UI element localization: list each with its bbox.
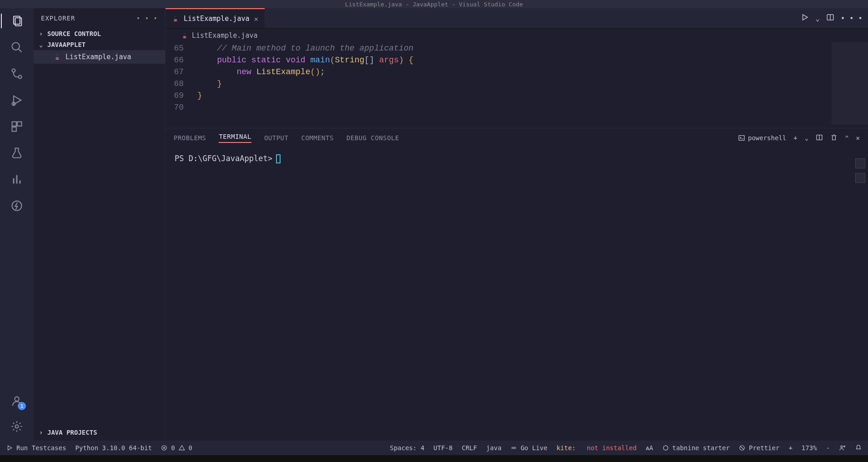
java-file-icon — [181, 32, 188, 39]
explorer-title: EXPLORER — [41, 15, 75, 22]
svg-marker-18 — [803, 15, 808, 20]
zoom-out[interactable]: - — [826, 444, 830, 452]
stats-icon[interactable] — [10, 172, 24, 187]
svg-point-34 — [844, 446, 845, 447]
terminal-body[interactable]: PS D:\GFG\JavaApplet> — [166, 147, 868, 441]
close-icon[interactable]: ✕ — [254, 15, 259, 23]
zoom-level[interactable]: 173% — [802, 444, 817, 452]
terminal-type-icon[interactable]: powershell — [738, 134, 786, 142]
sidebar: EXPLORER • • • › SOURCE CONTROL ⌄ JAVAAP… — [34, 8, 166, 441]
titlebar: ListExample.java - JavaApplet - Visual S… — [0, 0, 868, 8]
side-icon[interactable] — [855, 173, 865, 183]
svg-point-16 — [15, 397, 19, 401]
tabs-bar: ListExample.java ✕ ⌄ • • • — [166, 8, 868, 29]
tabnine-status[interactable]: tabnine starter — [662, 444, 730, 452]
tab[interactable]: ListExample.java ✕ — [166, 8, 265, 28]
close-panel-icon[interactable]: ✕ — [856, 134, 860, 142]
chevron-right-icon: › — [39, 30, 45, 37]
svg-point-15 — [12, 201, 22, 211]
panel: PROBLEMS TERMINAL OUTPUT COMMENTS DEBUG … — [166, 128, 868, 441]
tab-debug[interactable]: DEBUG CONSOLE — [346, 134, 399, 142]
run-dropdown-icon[interactable]: ⌄ — [815, 14, 820, 23]
tab-output[interactable]: OUTPUT — [264, 134, 289, 142]
svg-point-33 — [841, 446, 843, 447]
source-control-icon[interactable] — [10, 66, 24, 81]
source-control-section[interactable]: › SOURCE CONTROL — [34, 28, 165, 39]
tab-label: ListExample.java — [184, 15, 250, 23]
liveshare-icon[interactable] — [839, 444, 846, 452]
svg-rect-9 — [17, 122, 21, 126]
tab-problems[interactable]: PROBLEMS — [174, 134, 206, 142]
file-name: ListExample.java — [65, 53, 131, 61]
tab-terminal[interactable]: TERMINAL — [219, 133, 251, 143]
svg-point-30 — [513, 447, 515, 449]
breadcrumb[interactable]: ListExample.java — [166, 29, 868, 42]
tab-comments[interactable]: COMMENTS — [301, 134, 333, 142]
workspace-section[interactable]: ⌄ JAVAAPPLET — [34, 39, 165, 50]
svg-rect-8 — [12, 122, 16, 126]
thunder-icon[interactable] — [10, 198, 24, 213]
maximize-panel-icon[interactable]: ⌃ — [845, 134, 848, 142]
language-mode[interactable]: java — [486, 444, 502, 452]
terminal-prompt: PS D:\GFG\JavaApplet> — [175, 154, 272, 163]
notifications-icon[interactable] — [855, 445, 862, 451]
terminal-dropdown-icon[interactable]: ⌄ — [805, 134, 808, 142]
section-label: JAVA PROJECTS — [47, 429, 97, 436]
encoding-indicator[interactable]: UTF-8 — [433, 444, 452, 452]
run-testcases-button[interactable]: Run Testcases — [6, 444, 66, 452]
taskbar-stub — [0, 455, 868, 462]
explorer-more-icon[interactable]: • • • — [136, 15, 158, 22]
testing-icon[interactable] — [10, 146, 24, 160]
svg-rect-21 — [739, 136, 744, 141]
side-icon[interactable] — [855, 158, 865, 168]
run-debug-icon[interactable] — [10, 93, 24, 107]
svg-point-2 — [12, 43, 20, 50]
svg-line-32 — [740, 447, 743, 450]
section-label: SOURCE CONTROL — [47, 30, 101, 37]
chevron-right-icon: › — [39, 429, 45, 436]
problems-status[interactable]: 0 0 — [161, 444, 192, 452]
svg-marker-26 — [8, 446, 12, 450]
breadcrumb-file: ListExample.java — [192, 31, 258, 40]
run-icon[interactable] — [801, 13, 809, 23]
split-terminal-icon[interactable] — [816, 134, 823, 142]
svg-rect-10 — [12, 127, 16, 131]
settings-icon[interactable] — [10, 419, 24, 434]
zoom-in[interactable]: + — [788, 444, 792, 452]
java-projects-section[interactable]: › JAVA PROJECTS — [34, 424, 165, 441]
split-icon[interactable] — [826, 13, 834, 23]
search-icon[interactable] — [10, 40, 24, 55]
minimap[interactable] — [832, 42, 868, 124]
file-item[interactable]: ListExample.java — [34, 50, 165, 64]
kite-status[interactable]: kite: not installed — [557, 444, 637, 452]
font-size-icon[interactable]: ᴀA — [646, 444, 653, 452]
svg-point-5 — [19, 76, 22, 79]
eol-indicator[interactable]: CRLF — [462, 444, 477, 452]
accounts-badge: 1 — [18, 402, 26, 410]
prettier-status[interactable]: Prettier — [739, 444, 779, 452]
svg-point-17 — [15, 425, 19, 428]
terminal-cursor — [276, 154, 281, 163]
spaces-indicator[interactable]: Spaces: 4 — [390, 444, 424, 452]
svg-line-3 — [19, 49, 22, 52]
terminal-side-icons — [855, 158, 868, 183]
code-editor[interactable]: 65 66 67 68 69 70 // Main method to laun… — [166, 42, 868, 128]
new-terminal-icon[interactable]: + — [793, 134, 797, 142]
trash-icon[interactable] — [830, 134, 838, 142]
code-content: // Main method to launch the application… — [197, 42, 413, 128]
chevron-down-icon: ⌄ — [39, 41, 45, 48]
extensions-icon[interactable] — [10, 119, 24, 134]
java-file-icon — [54, 53, 61, 61]
java-file-icon — [172, 15, 179, 22]
accounts-icon[interactable]: 1 — [10, 394, 24, 408]
svg-point-4 — [12, 69, 15, 72]
window-title: ListExample.java - JavaApplet - Visual S… — [345, 1, 523, 8]
golive-button[interactable]: Go Live — [511, 444, 547, 452]
editor-area: ListExample.java ✕ ⌄ • • • ListExample.j… — [166, 8, 868, 441]
section-label: JAVAAPPLET — [47, 41, 85, 48]
statusbar: Run Testcases Python 3.10.0 64-bit 0 0 S… — [0, 441, 868, 455]
panel-tabs: PROBLEMS TERMINAL OUTPUT COMMENTS DEBUG … — [166, 128, 868, 147]
more-icon[interactable]: • • • — [841, 14, 863, 23]
explorer-icon[interactable] — [1, 14, 33, 28]
python-interpreter[interactable]: Python 3.10.0 64-bit — [75, 444, 152, 452]
